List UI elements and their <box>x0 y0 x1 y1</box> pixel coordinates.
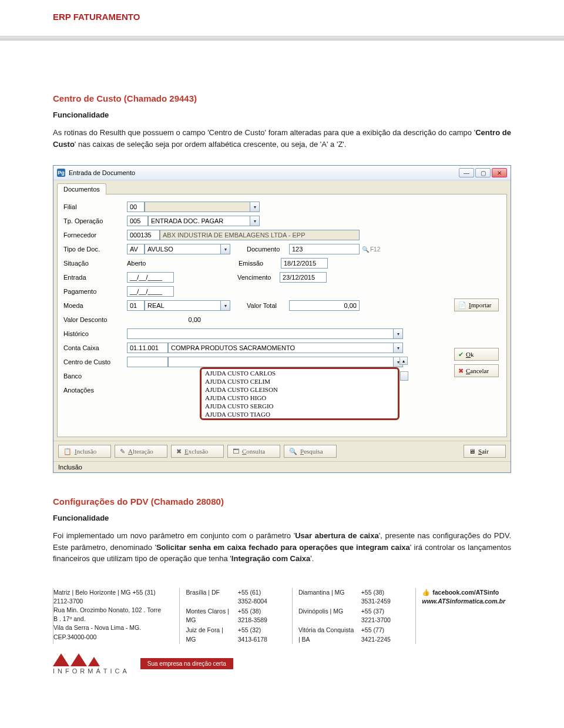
logo-text: INFORMÁTICA <box>53 667 130 675</box>
delete-icon: ✖ <box>176 448 182 455</box>
section2-title: Configurações do PDV (Chamado 28080) <box>53 496 511 506</box>
tipo-doc-dropdown-icon[interactable]: ▾ <box>221 244 230 254</box>
footer-phone: +55 (61) 3352-8004 <box>238 588 278 606</box>
add-icon: 📋 <box>63 448 72 455</box>
fornecedor-desc-input[interactable]: ABX INDUSTRIA DE EMBALAGENS LTDA - EPP <box>160 230 360 240</box>
facebook-link[interactable]: facebook.com/ATSinfo <box>422 588 505 598</box>
text: ' nas caixas de seleção seja por ordem a… <box>75 140 347 149</box>
footer-phone: +55 (37) 3221-3700 <box>361 607 402 625</box>
centro-custo-dropdown-list[interactable]: AJUDA CUSTO CARLOS AJUDA CUSTO CELIM AJU… <box>200 367 400 420</box>
conta-caixa-code-input[interactable]: 01.11.001 <box>127 343 168 353</box>
edit-icon: ✎ <box>120 448 125 455</box>
moeda-dropdown-icon[interactable]: ▾ <box>221 300 230 311</box>
conta-caixa-dropdown-icon[interactable]: ▾ <box>394 343 403 353</box>
footer-city: Diamantina | MG <box>298 588 354 606</box>
button-label: Inclusão <box>75 448 96 455</box>
footer-phone: +55 (77) 3421-2245 <box>361 626 402 643</box>
minimize-button[interactable]: — <box>459 168 474 177</box>
filial-dropdown-icon[interactable]: ▾ <box>250 202 260 212</box>
bottom-toolbar: 📋Inclusão ✎Alteração ✖Exclusão 🗔Consulta… <box>53 441 511 461</box>
list-item[interactable]: AJUDA CUSTO SERGIO <box>202 402 398 410</box>
footer-city: Montes Claros | MG <box>186 607 230 625</box>
cancel-icon <box>458 367 464 375</box>
valor-total-input[interactable]: 0,00 <box>289 300 360 311</box>
valor-desconto-value: 0,00 <box>127 314 203 325</box>
button-label: Pesquisa <box>300 448 323 455</box>
filial-code-input[interactable]: 00 <box>127 202 145 212</box>
label-valor-total: Valor Total <box>247 302 289 309</box>
website-link[interactable]: www.ATSinformatica.com.br <box>422 597 505 606</box>
historico-input[interactable] <box>127 328 394 339</box>
list-item[interactable]: AJUDA CUSTO GLEISON <box>202 385 398 394</box>
tp-operacao-dropdown-icon[interactable]: ▾ <box>250 216 260 226</box>
centro-custo-desc-input[interactable] <box>168 357 394 367</box>
f12-hint: F12 <box>370 246 380 253</box>
exclusao-button[interactable]: ✖Exclusão <box>171 445 224 458</box>
label-documento: Documento <box>247 246 289 253</box>
footer-line: Rua Min. Orozimbo Nonato, 102 . Torre B … <box>53 606 165 623</box>
footer-city: Vitória da Conquista | BA <box>298 626 354 643</box>
text: As rotinas do Resulth que possuem o camp… <box>53 128 475 137</box>
search-icon[interactable]: 🔍 <box>362 246 369 253</box>
link-text: facebook.com/ATSinfo <box>432 589 499 596</box>
footer-col-social: facebook.com/ATSinfo www.ATSinformatica.… <box>415 588 511 644</box>
scroll-up-icon[interactable]: ▴ <box>400 357 408 365</box>
conta-caixa-desc-input[interactable]: COMPRA PRODUTOS SACRAMOMENTO <box>168 343 394 353</box>
bold-term: Usar abertura de caixa <box>295 531 379 540</box>
footer-line: Vila da Serra - Nova Lima - MG. CEP.3400… <box>53 623 165 641</box>
tipo-doc-code-input[interactable]: AV <box>127 244 145 254</box>
bold-term: Integração com Caixa <box>231 554 310 563</box>
inclusao-button[interactable]: 📋Inclusão <box>58 445 111 458</box>
tagline: Sua empresa na direção certa <box>140 658 233 669</box>
maximize-button[interactable]: ▢ <box>475 168 491 177</box>
moeda-desc-input[interactable]: REAL <box>145 300 221 311</box>
header-rule <box>0 36 564 41</box>
cancelar-button[interactable]: Cancelar <box>454 364 499 377</box>
importar-button[interactable]: Importar <box>454 298 499 311</box>
scrollbar-thumb[interactable] <box>400 371 408 381</box>
list-item[interactable]: AJUDA CUSTO TIAGO <box>202 410 398 418</box>
label-conta-caixa: Conta Caixa <box>63 344 127 351</box>
label-centro-custo: Centro de Custo <box>63 358 127 365</box>
footer-col-matriz: Matriz | Belo Horizonte | MG +55 (31) 21… <box>53 588 171 644</box>
section1-subtitle: Funcionalidade <box>53 110 511 119</box>
consulta-button[interactable]: 🗔Consulta <box>227 445 280 458</box>
form-area: Filial 00 ▾ Tp. Operação 005 ENTRADA DOC… <box>57 194 507 437</box>
list-item[interactable]: AJUDA CUSTO CELIM <box>202 377 398 385</box>
page-footer: Matriz | Belo Horizonte | MG +55 (31) 21… <box>53 588 511 644</box>
documento-input[interactable]: 123 <box>289 244 360 254</box>
logo-triangle-icon <box>53 653 69 666</box>
footer-col-offices-1: Brasília | DF+55 (61) 3352-8004 Montes C… <box>179 588 283 644</box>
window-title: Entrada de Documento <box>69 169 135 176</box>
pesquisa-button[interactable]: 🔍Pesquisa <box>284 445 337 458</box>
fornecedor-code-input[interactable]: 000135 <box>127 230 160 240</box>
label-emissao: Emissão <box>239 260 281 267</box>
section1-paragraph: As rotinas do Resulth que possuem o camp… <box>53 127 511 150</box>
tp-operacao-desc-input[interactable]: ENTRADA DOC. PAGAR <box>148 216 250 226</box>
text: '. <box>310 554 314 563</box>
button-label: Exclusão <box>184 448 208 455</box>
emissao-input[interactable]: 18/12/2015 <box>281 258 328 269</box>
tp-operacao-code-input[interactable]: 005 <box>127 216 148 226</box>
pagamento-input[interactable]: __/__/____ <box>127 286 174 297</box>
footer-phone: +55 (32) 3413-6178 <box>238 626 278 643</box>
moeda-code-input[interactable]: 01 <box>127 300 145 311</box>
label-pagamento: Pagamento <box>63 288 127 295</box>
label-vencimento: Vencimento <box>237 274 280 281</box>
bold-term: Solicitar senha em caixa fechado para op… <box>156 543 410 552</box>
filial-desc-input[interactable] <box>145 202 250 212</box>
entrada-input[interactable]: __/__/____ <box>127 272 174 283</box>
sair-button[interactable]: 🖥Sair <box>464 445 506 458</box>
tipo-doc-desc-input[interactable]: AVULSO <box>145 244 221 254</box>
vencimento-input[interactable]: 23/12/2015 <box>280 272 327 283</box>
tab-documentos[interactable]: Documentos <box>57 183 106 194</box>
section2-subtitle: Funcionalidade <box>53 514 511 522</box>
ok-button[interactable]: Ok <box>454 348 499 361</box>
alteracao-button[interactable]: ✎Alteração <box>115 445 167 458</box>
list-item[interactable]: AJUDA CUSTO CARLOS <box>202 369 398 377</box>
historico-dropdown-icon[interactable]: ▾ <box>394 328 403 339</box>
close-button[interactable]: ✕ <box>492 168 507 177</box>
centro-custo-code-input[interactable] <box>127 357 168 367</box>
label-moeda: Moeda <box>63 302 127 309</box>
list-item[interactable]: AJUDA CUSTO HIGO <box>202 394 398 402</box>
